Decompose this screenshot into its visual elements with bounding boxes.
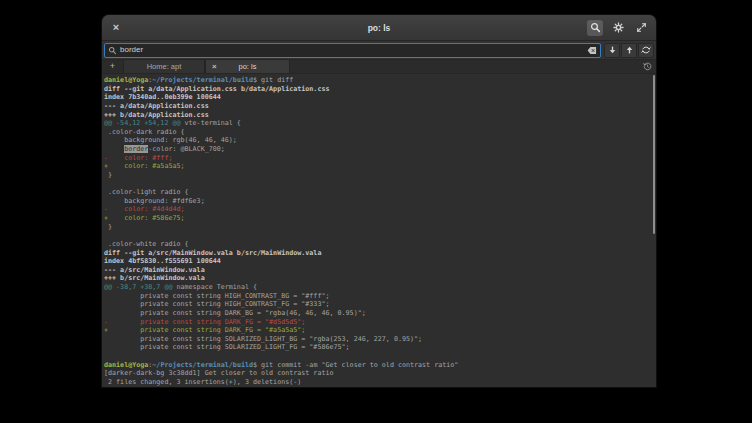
tab-label: po: ls xyxy=(239,62,257,71)
terminal-window: × po: ls xyxy=(102,15,656,387)
terminal-line: --- a/src/MainWindow.vala xyxy=(104,266,656,275)
terminal-line: background: #fdf6e3; xyxy=(104,197,656,206)
terminal-line: [darker-dark-bg 3c38dd1] Get closer to o… xyxy=(104,369,656,378)
search-cycle-button[interactable] xyxy=(638,43,654,58)
clear-backspace-icon[interactable] xyxy=(587,46,597,55)
fullscreen-button[interactable] xyxy=(633,20,649,36)
terminal-line: diff --git a/src/MainWindow.vala b/src/M… xyxy=(104,249,656,258)
terminal-line: daniel@Yoga:~/Projects/terminal/build$ g… xyxy=(104,76,656,85)
tab-home-apt[interactable]: Home: apt xyxy=(123,60,205,73)
search-input[interactable]: border xyxy=(104,43,601,58)
terminal-line: .color-light radio { xyxy=(104,188,656,197)
search-bar: border xyxy=(102,41,656,60)
terminal-line: +++ b/src/MainWindow.vala xyxy=(104,274,656,283)
terminal-line: .color-white radio { xyxy=(104,240,656,249)
terminal-line: } xyxy=(104,223,656,232)
arrow-down-icon xyxy=(608,45,617,55)
terminal-output: daniel@Yoga:~/Projects/terminal/build$ g… xyxy=(104,76,656,387)
terminal-line: private const string DARK_BG = "rgba(46,… xyxy=(104,309,656,318)
history-icon xyxy=(643,62,652,71)
search-previous-button[interactable] xyxy=(621,43,637,58)
window-close-button[interactable]: × xyxy=(109,21,123,35)
tab-po-ls[interactable]: × po: ls xyxy=(205,60,290,73)
terminal-line: @@ -54,12 +54,12 @@ vte-terminal { xyxy=(104,119,656,128)
search-toggle-button[interactable] xyxy=(587,20,603,36)
terminal-line: } xyxy=(104,171,656,180)
search-next-button[interactable] xyxy=(604,43,620,58)
scrollbar-thumb[interactable] xyxy=(653,75,655,234)
cycle-wrap-icon xyxy=(641,45,651,55)
terminal-line: + color: #586e75; xyxy=(104,214,656,223)
tab-label: Home: apt xyxy=(147,62,182,71)
restore-tabs-button[interactable] xyxy=(638,60,656,73)
terminal-line: index 7b340ad..0eb399e 100644 xyxy=(104,93,656,102)
terminal-line: index 4bf5830..f555691 100644 xyxy=(104,257,656,266)
search-icon xyxy=(590,22,601,33)
terminal-line: private const string SOLARIZED_LIGHT_FG … xyxy=(104,343,656,352)
terminal-line xyxy=(104,231,656,240)
terminal-line: @@ -38,7 +38,7 @@ namespace Terminal { xyxy=(104,283,656,292)
settings-button[interactable] xyxy=(610,20,626,36)
tab-bar-spacer xyxy=(290,60,638,73)
arrow-up-icon xyxy=(625,45,634,55)
titlebar[interactable]: × po: ls xyxy=(102,15,656,41)
search-magnifier-icon xyxy=(108,46,117,55)
tab-bar: + Home: apt × po: ls xyxy=(102,60,656,74)
terminal-line: +++ b/data/Application.css xyxy=(104,111,656,120)
gear-icon xyxy=(613,22,624,33)
terminal-line: + color: #a5a5a5; xyxy=(104,162,656,171)
terminal-line: - private const string DARK_FG = "#d5d5d… xyxy=(104,318,656,327)
terminal-viewport[interactable]: daniel@Yoga:~/Projects/terminal/build$ g… xyxy=(102,74,656,387)
search-query-text: border xyxy=(120,46,584,54)
terminal-line: .color-dark radio { xyxy=(104,128,656,137)
terminal-line: diff --git a/data/Application.css b/data… xyxy=(104,85,656,94)
terminal-line: --- a/data/Application.css xyxy=(104,102,656,111)
terminal-line: private const string SOLARIZED_LIGHT_BG … xyxy=(104,335,656,344)
terminal-line: + private const string DARK_FG = "#a5a5a… xyxy=(104,326,656,335)
window-title: po: ls xyxy=(102,23,656,33)
terminal-line: - color: #4d4d4d; xyxy=(104,205,656,214)
search-nav-buttons xyxy=(604,43,654,58)
resize-diagonal-icon xyxy=(636,22,647,33)
terminal-line: background: rgb(46, 46, 46); xyxy=(104,136,656,145)
new-tab-button[interactable]: + xyxy=(102,60,123,73)
terminal-scrollbar[interactable] xyxy=(651,74,656,387)
terminal-line: - color: #fff; xyxy=(104,154,656,163)
titlebar-actions xyxy=(587,20,649,36)
terminal-line: border-color: @BLACK_700; xyxy=(104,145,656,154)
tab-close-button[interactable]: × xyxy=(212,60,217,73)
terminal-line xyxy=(104,180,656,189)
terminal-line: 2 files changed, 3 insertions(+), 3 dele… xyxy=(104,378,656,387)
terminal-line xyxy=(104,352,656,361)
terminal-line: daniel@Yoga:~/Projects/terminal/build$ g… xyxy=(104,361,656,370)
terminal-line: private const string HIGH_CONTRAST_FG = … xyxy=(104,300,656,309)
terminal-line: private const string HIGH_CONTRAST_BG = … xyxy=(104,292,656,301)
